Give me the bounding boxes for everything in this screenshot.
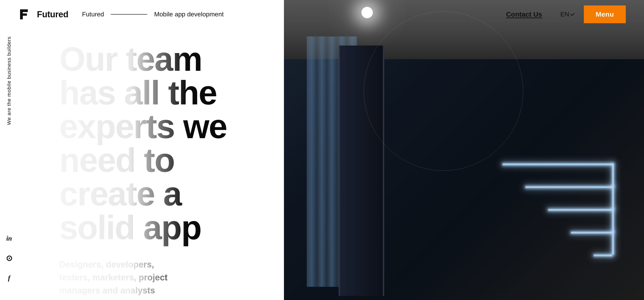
hero-image [284,0,644,300]
breadcrumb-item-2: Mobile app development [154,11,224,18]
sidebar-tagline: We are the mobile business builders [6,36,12,125]
language-selector[interactable]: EN [560,11,575,18]
linkedin-icon[interactable]: in [6,235,12,242]
logo-area: Futured [18,7,68,21]
breadcrumb: Futured Mobile app development [82,11,224,18]
social-icons: in ⊙ f [6,235,12,282]
language-label: EN [560,11,569,18]
instagram-icon[interactable]: ⊙ [6,254,12,263]
breadcrumb-item-1: Futured [82,11,104,18]
futured-logo-icon [18,7,32,21]
menu-button[interactable]: Menu [584,5,626,23]
door-frame [339,45,384,296]
neon-art [489,145,626,282]
main-content: Our team has all the experts we need to … [18,29,280,300]
header: Futured Futured Mobile app development C… [0,0,644,29]
sidebar-left: We are the mobile business builders in ⊙… [0,0,18,300]
brand-name: Futured [37,9,68,19]
hero-heading: Our team has all the experts we need to … [59,42,262,245]
header-right: EN Menu [560,5,626,23]
facebook-icon[interactable]: f [8,274,10,282]
chevron-down-icon [570,12,574,16]
hero-subtext: Designers, developers, testers, marketer… [59,258,178,297]
contact-us-link[interactable]: Contact Us [506,10,542,18]
breadcrumb-separator [111,14,147,14]
